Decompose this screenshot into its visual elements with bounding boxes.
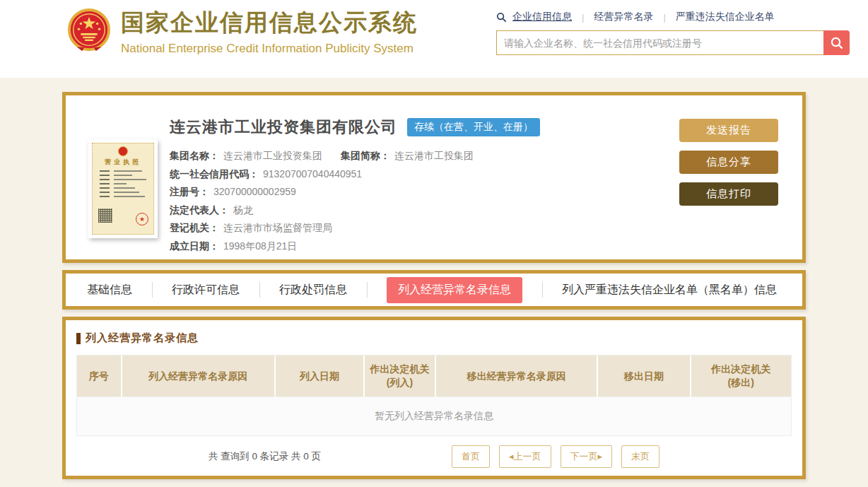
header-right: 企业信用信息 | 经营异常名录 | 严重违法失信企业名单: [496, 9, 850, 55]
brand-text: 国家企业信用信息公示系统 National Enterprise Credit …: [121, 7, 418, 56]
section-title: 列入经营异常名录信息: [76, 331, 792, 345]
pagination-summary: 共 查询到 0 条记录 共 0 页: [209, 450, 321, 463]
nav-separator: |: [663, 12, 665, 23]
site-title-en: National Enterprise Credit Information P…: [121, 42, 418, 56]
nav-link-credit-info[interactable]: 企业信用信息: [512, 11, 572, 23]
field-value: 连云港市工业投资集团: [223, 150, 322, 161]
tabs-bar: 基础信息 行政许可信息 行政处罚信息 列入经营异常名录信息 列入严重违法失信企业…: [62, 270, 806, 310]
pagination-buttons: 首页 ◂上一页 下一页▸ 末页: [452, 445, 659, 468]
next-page-button[interactable]: 下一页▸: [561, 445, 613, 468]
field-value: 杨龙: [233, 204, 253, 216]
page-content: 营业执照 ★ 连云港市工业投资集团有限公司 存续（在营、开业、在册）: [0, 78, 868, 479]
search-bar: [496, 30, 850, 55]
share-info-button[interactable]: 信息分享: [679, 151, 778, 174]
license-seal-icon: ★: [136, 213, 148, 225]
column-header-entry-authority: 作出决定机关 (列入): [365, 356, 436, 397]
abnormal-records-panel: 列入经营异常名录信息 序号 列入经营异常名录原因 列入日期 作出决定机关 (列入…: [62, 317, 806, 479]
table-empty-state: 暂无列入经营异常名录信息: [77, 397, 791, 435]
company-name: 连云港市工业投资集团有限公司: [170, 117, 397, 138]
nav-separator: |: [582, 12, 584, 23]
field-value: 连云港市工投集团: [394, 150, 474, 161]
field-label: 法定代表人：: [170, 204, 229, 216]
section-title-text: 列入经营异常名录信息: [86, 331, 199, 345]
tab-separator: [542, 282, 543, 298]
info-row-founded: 成立日期：1998年08月21日: [170, 237, 540, 256]
quick-nav: 企业信用信息 | 经营异常名录 | 严重违法失信企业名单: [496, 9, 850, 25]
field-label: 登记机关：: [170, 222, 219, 233]
field-value: 连云港市市场监督管理局: [223, 222, 332, 233]
license-qr-code: [98, 209, 112, 223]
info-row-uscc: 统一社会信用代码：913207007040440951: [170, 165, 540, 184]
field-label: 成立日期：: [170, 240, 219, 252]
status-badge: 存续（在营、开业、在册）: [407, 118, 540, 136]
info-row-authority: 登记机关：连云港市市场监督管理局: [170, 219, 540, 237]
brand: 国家企业信用信息公示系统 National Enterprise Credit …: [67, 7, 418, 56]
prev-page-button[interactable]: ◂上一页: [499, 445, 551, 468]
field-label: 注册号：: [170, 186, 209, 197]
license-text-lines: [100, 170, 146, 200]
search-button[interactable]: [823, 30, 850, 55]
tab-blacklist[interactable]: 列入严重违法失信企业名单（黑名单）信息: [562, 283, 777, 298]
tab-abnormal-list[interactable]: 列入经营异常名录信息: [387, 277, 522, 303]
tab-admin-penalty[interactable]: 行政处罚信息: [279, 283, 347, 298]
pagination: 共 查询到 0 条记录 共 0 页 首页 ◂上一页 下一页▸ 末页: [76, 445, 792, 468]
company-info-rows: 集团名称：连云港市工业投资集团集团简称：连云港市工投集团 统一社会信用代码：91…: [170, 147, 540, 256]
column-header-removal-date: 移出日期: [598, 356, 691, 397]
nav-link-abnormal-list[interactable]: 经营异常名录: [594, 11, 653, 23]
business-license-image: 营业执照 ★: [88, 139, 158, 238]
field-label: 集团简称：: [341, 150, 390, 161]
magnifier-icon: [830, 36, 844, 50]
last-page-button[interactable]: 末页: [621, 445, 659, 468]
info-row-regno: 注册号：320700000002959: [170, 183, 540, 201]
company-panel: 营业执照 ★ 连云港市工业投资集团有限公司 存续（在营、开业、在册）: [62, 92, 806, 263]
column-header-entry-reason: 列入经营异常名录原因: [122, 356, 276, 397]
field-label: 统一社会信用代码：: [170, 168, 259, 180]
tab-separator: [152, 282, 153, 298]
nav-link-illegal-list[interactable]: 严重违法失信企业名单: [676, 11, 775, 23]
column-header-removal-authority: 作出决定机关 (移出): [691, 356, 791, 397]
site-header: 国家企业信用信息公示系统 National Enterprise Credit …: [0, 0, 868, 78]
business-license-card: 营业执照 ★: [92, 143, 154, 235]
column-header-removal-reason: 移出经营异常名录原因: [436, 356, 598, 397]
action-buttons: 发送报告 信息分享 信息打印: [679, 119, 778, 206]
info-row-group: 集团名称：连云港市工业投资集团集团简称：连云港市工投集团: [170, 147, 540, 165]
tab-separator: [259, 282, 260, 298]
license-title: 营业执照: [105, 158, 141, 167]
column-header-entry-date: 列入日期: [276, 356, 365, 397]
tab-basic-info[interactable]: 基础信息: [87, 283, 132, 298]
info-row-legal-rep: 法定代表人：杨龙: [170, 201, 540, 220]
field-value: 320700000002959: [213, 186, 296, 197]
print-info-button[interactable]: 信息打印: [679, 182, 778, 206]
company-main: 连云港市工业投资集团有限公司 存续（在营、开业、在册） 集团名称：连云港市工业投…: [170, 117, 540, 256]
field-value: 1998年08月21日: [223, 240, 297, 252]
records-table: 序号 列入经营异常名录原因 列入日期 作出决定机关 (列入) 移出经营异常名录原…: [76, 355, 792, 436]
search-input[interactable]: [496, 30, 823, 55]
search-icon: [496, 12, 507, 23]
field-value: 913207007040440951: [263, 168, 362, 180]
send-report-button[interactable]: 发送报告: [679, 119, 778, 142]
first-page-button[interactable]: 首页: [452, 445, 490, 468]
field-label: 集团名称：: [170, 150, 219, 161]
site-title-cn: 国家企业信用信息公示系统: [121, 7, 418, 39]
national-emblem-logo: [67, 8, 111, 55]
tab-admin-license[interactable]: 行政许可信息: [172, 283, 240, 298]
table-header-row: 序号 列入经营异常名录原因 列入日期 作出决定机关 (列入) 移出经营异常名录原…: [77, 356, 791, 397]
license-emblem-icon: [118, 146, 128, 156]
tab-separator: [367, 282, 368, 298]
section-marker: [76, 333, 81, 344]
column-header-seq: 序号: [77, 356, 122, 397]
